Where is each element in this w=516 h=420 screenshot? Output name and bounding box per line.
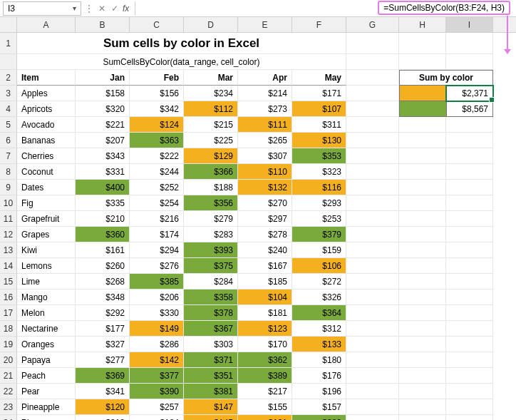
data-cell[interactable]: $177	[76, 321, 130, 337]
data-cell[interactable]: $174	[130, 227, 184, 242]
cell[interactable]	[446, 180, 493, 195]
data-cell[interactable]: $353	[292, 148, 346, 164]
row-header[interactable]	[0, 54, 17, 70]
data-cell[interactable]: $221	[76, 117, 130, 133]
cell[interactable]	[446, 33, 493, 54]
cell[interactable]	[346, 305, 399, 321]
data-cell[interactable]: $145	[184, 415, 238, 420]
data-cell[interactable]: $265	[238, 133, 292, 148]
cell[interactable]	[446, 352, 493, 368]
cell[interactable]	[346, 227, 399, 242]
cell[interactable]	[346, 337, 399, 352]
item-cell[interactable]: Peach	[17, 368, 76, 384]
data-cell[interactable]: $294	[130, 242, 184, 258]
row-header[interactable]: 6	[0, 133, 17, 148]
cell[interactable]	[399, 195, 446, 211]
name-box[interactable]: I3 ▾	[3, 1, 81, 16]
col-header[interactable]: H	[399, 17, 446, 32]
cell[interactable]	[446, 164, 493, 180]
data-cell[interactable]: $131	[238, 415, 292, 420]
data-cell[interactable]: $207	[76, 133, 130, 148]
cell[interactable]	[446, 321, 493, 337]
sum-value-green[interactable]: $8,567	[446, 101, 493, 117]
item-cell[interactable]: Cherries	[17, 148, 76, 164]
data-cell[interactable]: $161	[76, 242, 130, 258]
cell[interactable]	[446, 54, 493, 70]
row-header[interactable]: 1	[0, 33, 17, 54]
data-cell[interactable]: $106	[292, 258, 346, 274]
row-header[interactable]: 3	[0, 86, 17, 101]
data-cell[interactable]: $244	[130, 164, 184, 180]
fx-icon[interactable]: fx	[123, 4, 132, 14]
data-cell[interactable]: $142	[130, 352, 184, 368]
data-cell[interactable]: $363	[130, 133, 184, 148]
cell[interactable]	[399, 352, 446, 368]
data-cell[interactable]: $132	[238, 180, 292, 195]
data-cell[interactable]: $149	[130, 321, 184, 337]
data-cell[interactable]: $356	[184, 195, 238, 211]
data-cell[interactable]: $343	[76, 148, 130, 164]
item-cell[interactable]: Avocado	[17, 117, 76, 133]
data-cell[interactable]: $155	[238, 399, 292, 415]
cell[interactable]	[346, 148, 399, 164]
data-cell[interactable]: $292	[76, 305, 130, 321]
data-cell[interactable]: $272	[292, 274, 346, 290]
data-cell[interactable]: $312	[292, 321, 346, 337]
cell[interactable]	[446, 384, 493, 399]
data-cell[interactable]: $364	[292, 305, 346, 321]
col-header[interactable]: I	[446, 17, 493, 32]
data-cell[interactable]: $379	[292, 227, 346, 242]
data-cell[interactable]: $216	[130, 211, 184, 227]
row-header[interactable]: 20	[0, 352, 17, 368]
cell[interactable]	[346, 352, 399, 368]
data-cell[interactable]: $170	[238, 337, 292, 352]
col-header[interactable]: E	[238, 17, 292, 32]
data-cell[interactable]: $320	[76, 101, 130, 117]
data-cell[interactable]: $123	[238, 321, 292, 337]
row-header[interactable]: 10	[0, 195, 17, 211]
col-header[interactable]: D	[184, 17, 238, 32]
cell[interactable]	[346, 195, 399, 211]
cell[interactable]	[399, 148, 446, 164]
data-cell[interactable]: $389	[238, 368, 292, 384]
cell[interactable]	[346, 180, 399, 195]
row-header[interactable]: 13	[0, 242, 17, 258]
row-header[interactable]: 4	[0, 101, 17, 117]
data-cell[interactable]: $206	[130, 290, 184, 305]
row-header[interactable]: 5	[0, 117, 17, 133]
data-cell[interactable]: $234	[184, 86, 238, 101]
data-cell[interactable]: $257	[130, 399, 184, 415]
data-cell[interactable]: $129	[184, 148, 238, 164]
col-header[interactable]: B	[76, 17, 130, 32]
cell[interactable]	[399, 164, 446, 180]
col-header[interactable]: G	[346, 17, 399, 32]
data-cell[interactable]: $330	[130, 305, 184, 321]
data-cell[interactable]: $167	[238, 258, 292, 274]
row-header[interactable]: 14	[0, 258, 17, 274]
cell[interactable]	[446, 399, 493, 415]
cell[interactable]	[346, 290, 399, 305]
item-cell[interactable]: Kiwi	[17, 242, 76, 258]
data-cell[interactable]: $326	[292, 290, 346, 305]
data-cell[interactable]: $184	[130, 415, 184, 420]
data-cell[interactable]: $159	[292, 242, 346, 258]
cell[interactable]	[399, 117, 446, 133]
cell[interactable]	[399, 211, 446, 227]
item-cell[interactable]: Pineapple	[17, 399, 76, 415]
data-cell[interactable]: $120	[76, 399, 130, 415]
data-cell[interactable]: $222	[130, 148, 184, 164]
row-header[interactable]: 18	[0, 321, 17, 337]
cell[interactable]	[346, 33, 399, 54]
cell[interactable]	[346, 54, 399, 70]
cell[interactable]	[346, 415, 399, 420]
cell[interactable]	[399, 133, 446, 148]
cell[interactable]	[446, 133, 493, 148]
data-cell[interactable]: $307	[238, 148, 292, 164]
data-cell[interactable]: $371	[184, 352, 238, 368]
cell[interactable]	[399, 399, 446, 415]
row-header[interactable]: 11	[0, 211, 17, 227]
cell[interactable]	[446, 415, 493, 420]
cell[interactable]	[446, 290, 493, 305]
data-cell[interactable]: $278	[238, 227, 292, 242]
data-cell[interactable]: $133	[292, 337, 346, 352]
